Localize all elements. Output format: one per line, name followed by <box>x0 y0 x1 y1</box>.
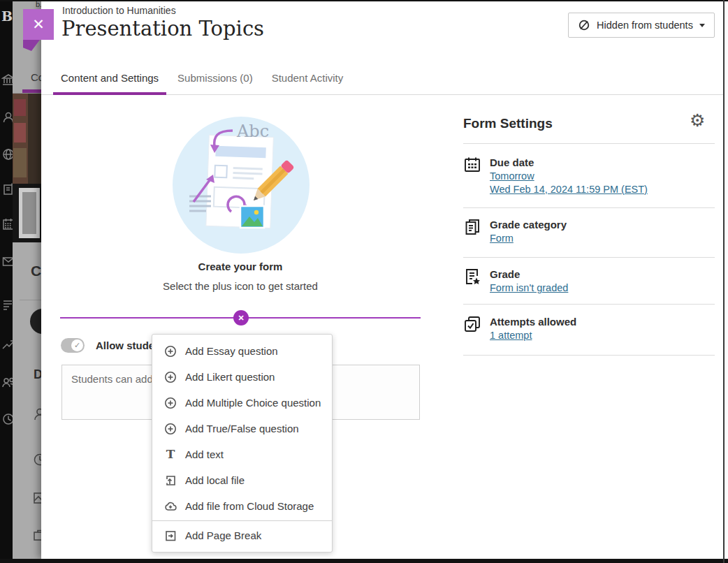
settings-divider <box>463 143 715 144</box>
illustration-abc-text: Abc <box>236 122 269 141</box>
create-form-illustration: Abc <box>171 114 311 256</box>
grade-link[interactable]: Form isn't graded <box>490 282 568 295</box>
circle-plus-icon <box>164 345 177 358</box>
framed-picture-inner <box>22 192 36 234</box>
due-date-link-tomorrow[interactable]: Tomorrow <box>490 170 648 183</box>
circle-plus-icon <box>164 371 177 383</box>
attempts-section: Attempts allowed 1 attempt <box>463 315 715 342</box>
breadcrumb[interactable]: Introduction to Humanities <box>62 5 176 16</box>
menu-item-label: Add text <box>185 448 224 460</box>
add-content-menu: Add Essay question Add Likert question A… <box>152 334 333 553</box>
document-icon <box>463 218 481 236</box>
history-clock-icon <box>32 452 41 467</box>
briefcase-icon <box>32 527 41 543</box>
grade-category-label: Grade category <box>490 218 567 232</box>
background-partial-letter: D <box>34 367 41 382</box>
app-logo: B <box>1 8 13 24</box>
empty-state-heading: Create your form <box>60 261 421 272</box>
menu-item-add-cloud-file[interactable]: Add file from Cloud Storage <box>152 493 332 519</box>
window-border-bottom <box>0 559 728 563</box>
menu-item-label: Add Page Break <box>185 529 261 541</box>
visibility-button[interactable]: Hidden from students <box>568 13 715 38</box>
due-date-label: Due date <box>490 156 648 170</box>
menu-item-add-multiple-choice[interactable]: Add Multiple Choice question <box>152 390 332 416</box>
menu-item-add-true-false[interactable]: Add True/False question <box>152 416 332 441</box>
grade-label: Grade <box>490 268 568 282</box>
due-date-section: Due date Tomorrow Wed Feb 14, 2024 11:59… <box>463 156 715 196</box>
profile-icon[interactable] <box>1 110 13 124</box>
menu-item-add-text[interactable]: T Add text <box>152 441 332 467</box>
circle-plus-icon <box>164 423 177 435</box>
settings-divider <box>463 257 715 258</box>
tab-student-activity[interactable]: Student Activity <box>264 61 351 94</box>
background-partial-tab: Co <box>31 71 41 83</box>
close-icon: ✕ <box>32 16 45 33</box>
grade-category-section: Grade category Form <box>463 218 715 245</box>
groups-icon[interactable] <box>1 375 13 389</box>
attempts-link[interactable]: 1 attempt <box>490 329 576 342</box>
attempts-label: Attempts allowed <box>490 315 576 329</box>
organization-icon[interactable] <box>1 182 13 196</box>
window-border-top <box>0 0 728 1</box>
tab-submissions[interactable]: Submissions (0) <box>170 61 261 94</box>
allow-students-row: ✓ Allow studen <box>61 338 161 353</box>
allow-students-toggle[interactable]: ✓ <box>61 338 85 353</box>
menu-item-label: Add local file <box>185 474 245 486</box>
background-course-image <box>13 94 41 184</box>
circle-plus-icon <box>164 397 177 409</box>
graded-document-icon <box>463 268 481 286</box>
grades-icon[interactable] <box>1 338 13 352</box>
menu-item-add-likert[interactable]: Add Likert question <box>152 364 332 390</box>
image-icon <box>32 490 41 506</box>
menu-item-add-essay[interactable]: Add Essay question <box>152 338 332 364</box>
book-ornament <box>13 148 27 177</box>
left-nav-rail: B <box>0 1 13 559</box>
book-spine <box>28 94 41 184</box>
dimmed-background-page: b. Co C D <box>13 1 41 559</box>
add-content-plus-button[interactable]: ✕ <box>233 310 249 326</box>
tab-bar: Content and Settings Submissions (0) Stu… <box>41 61 723 95</box>
messages-icon[interactable] <box>1 254 13 268</box>
cloud-storage-icon <box>164 500 177 513</box>
grade-category-link[interactable]: Form <box>490 232 567 245</box>
settings-divider <box>463 355 715 356</box>
recent-activity-icon[interactable] <box>1 412 13 426</box>
calendar-grid-icon[interactable] <box>1 217 13 231</box>
background-divider <box>20 300 41 300</box>
form-settings-title: Form Settings <box>463 116 553 131</box>
book-ornament <box>14 123 26 142</box>
page-break-icon <box>164 529 177 542</box>
menu-item-label: Add Likert question <box>185 371 275 383</box>
background-partial-text: b. <box>36 1 41 8</box>
globe-icon[interactable] <box>1 147 13 161</box>
file-upload-icon <box>164 474 177 487</box>
page-title: Presentation Topics <box>61 17 264 41</box>
attempts-icon <box>463 315 481 333</box>
chevron-down-icon <box>699 24 705 27</box>
plus-close-icon: ✕ <box>238 314 244 323</box>
tab-content-and-settings[interactable]: Content and Settings <box>53 61 166 94</box>
menu-separator <box>152 520 332 521</box>
screen: B b. Co C D <box>0 0 728 563</box>
menu-item-label: Add file from Cloud Storage <box>185 500 314 512</box>
gear-icon[interactable]: ⚙ <box>690 112 705 129</box>
activity-stream-icon[interactable] <box>1 298 13 312</box>
due-date-link-datetime[interactable]: Wed Feb 14, 2024 11:59 PM (EST) <box>490 183 648 196</box>
settings-divider <box>463 304 715 305</box>
institution-icon[interactable] <box>1 73 13 87</box>
menu-item-add-page-break[interactable]: Add Page Break <box>152 522 332 548</box>
close-panel-button[interactable]: ✕ <box>23 9 54 40</box>
book-ornament <box>14 99 26 116</box>
window-border-right <box>723 0 725 563</box>
check-icon: ✓ <box>74 341 80 350</box>
text-icon: T <box>164 448 177 461</box>
student-entry-placeholder: Students can add <box>71 373 153 385</box>
form-editor-panel: Introduction to Humanities Presentation … <box>41 1 723 559</box>
menu-item-label: Add True/False question <box>185 423 299 434</box>
person-icon <box>32 407 41 422</box>
empty-state-subtext: Select the plus icon to get started <box>60 280 421 292</box>
menu-item-label: Add Multiple Choice question <box>185 397 321 409</box>
menu-item-add-local-file[interactable]: Add local file <box>152 467 332 493</box>
menu-item-label: Add Essay question <box>185 345 278 357</box>
settings-divider <box>463 207 715 208</box>
